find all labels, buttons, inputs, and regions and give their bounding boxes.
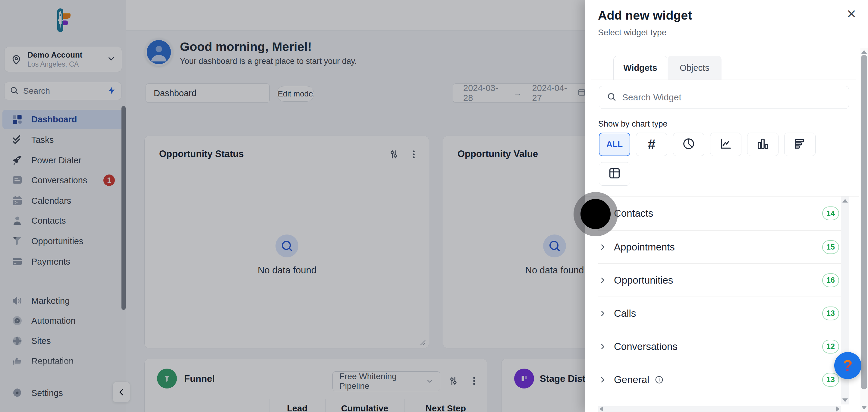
panel-scrollbar-thumb[interactable] <box>861 55 867 389</box>
chart-type-filter-label: Show by chart type <box>598 119 668 129</box>
category-label: Contacts <box>614 208 653 219</box>
category-label: Opportunities <box>614 275 673 286</box>
category-row-opportunities[interactable]: Opportunities 16 <box>598 264 841 297</box>
app-screen: Demo Account Los Angeles, CA <box>0 0 868 412</box>
tab-label: Objects <box>680 63 709 73</box>
category-count-badge: 13 <box>822 373 839 387</box>
horizontal-bar-chart-icon <box>793 137 807 152</box>
divider <box>591 80 856 80</box>
widget-search[interactable] <box>599 86 849 109</box>
category-count-badge: 13 <box>822 307 839 320</box>
modal-dim-overlay <box>0 0 585 412</box>
add-widget-panel: Add new widget Select widget type ✕ Widg… <box>585 0 868 412</box>
scroll-right-arrow-icon[interactable] <box>836 406 840 412</box>
tab-widgets[interactable]: Widgets <box>613 56 667 80</box>
info-icon[interactable] <box>655 375 664 384</box>
chart-filter-number[interactable]: # <box>636 133 667 156</box>
list-horizontal-scrollbar[interactable] <box>598 406 841 412</box>
chevron-right-icon <box>598 276 607 285</box>
panel-title: Add new widget <box>598 8 692 23</box>
close-icon[interactable]: ✕ <box>844 6 859 22</box>
table-chart-icon <box>608 166 621 182</box>
category-label: Conversations <box>614 341 678 352</box>
chevron-right-icon <box>598 243 607 252</box>
widget-search-input[interactable] <box>621 92 841 103</box>
category-row-contacts[interactable]: Contacts 14 <box>598 196 841 230</box>
help-button[interactable]: ? <box>834 352 861 379</box>
scroll-up-arrow-icon[interactable] <box>861 50 867 54</box>
category-row-general[interactable]: General 13 <box>598 363 841 396</box>
chart-filter-bar-horizontal[interactable] <box>784 133 815 156</box>
panel-subtitle: Select widget type <box>598 28 666 37</box>
number-chart-icon: # <box>648 137 655 151</box>
panel-scrollbar[interactable] <box>860 47 868 412</box>
pie-chart-icon <box>682 137 695 152</box>
chart-filter-all[interactable]: ALL <box>599 133 630 156</box>
search-icon <box>607 92 617 103</box>
question-mark-icon: ? <box>843 356 852 375</box>
scroll-down-arrow-icon[interactable] <box>861 406 867 410</box>
chevron-right-icon <box>598 342 607 351</box>
category-count-badge: 16 <box>822 273 839 287</box>
cursor-indicator <box>581 199 611 229</box>
category-count-badge: 12 <box>822 340 839 353</box>
category-label: Appointments <box>614 242 675 253</box>
category-label: General <box>614 374 649 385</box>
tab-objects[interactable]: Objects <box>668 56 721 80</box>
tab-label: Widgets <box>623 63 657 73</box>
chevron-right-icon <box>598 375 607 384</box>
chevron-right-icon <box>598 309 607 318</box>
chart-filter-table[interactable] <box>599 162 630 186</box>
scroll-down-arrow-icon[interactable] <box>842 399 848 402</box>
category-row-calls[interactable]: Calls 13 <box>598 297 841 330</box>
category-row-appointments[interactable]: Appointments 15 <box>598 230 841 264</box>
chart-filter-pie[interactable] <box>673 133 704 156</box>
category-count-badge: 14 <box>822 207 839 220</box>
category-count-badge: 15 <box>822 240 839 254</box>
column-chart-icon <box>756 137 770 152</box>
category-row-conversations[interactable]: Conversations 12 <box>598 330 841 363</box>
chart-filter-line[interactable] <box>710 133 741 156</box>
all-filter-label: ALL <box>607 139 623 149</box>
chart-filter-column[interactable] <box>747 133 778 156</box>
line-chart-icon <box>719 137 733 152</box>
scroll-up-arrow-icon[interactable] <box>842 199 848 202</box>
scroll-left-arrow-icon[interactable] <box>599 406 603 412</box>
category-label: Calls <box>614 308 636 319</box>
